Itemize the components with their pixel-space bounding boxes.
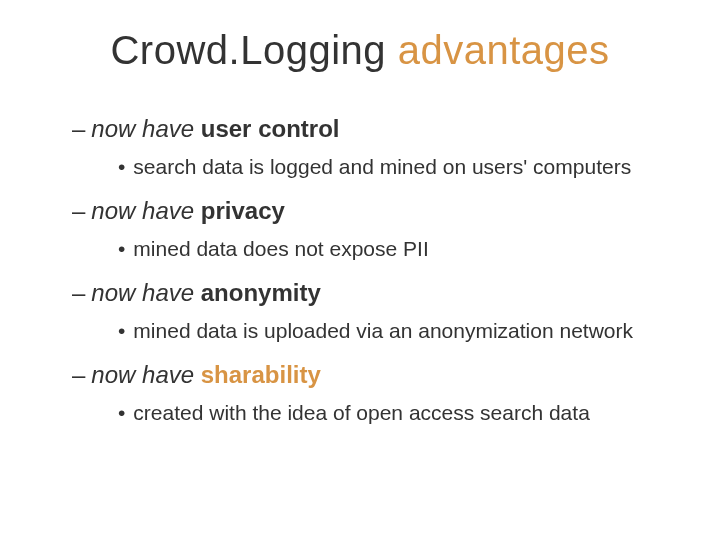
bullet-icon: • bbox=[118, 401, 125, 424]
title-part2: Logging bbox=[240, 28, 386, 72]
sub-item-text: mined data is uploaded via an anonymizat… bbox=[133, 319, 633, 342]
list-item: –now have sharability•created with the i… bbox=[50, 361, 670, 425]
sub-item: •created with the idea of open access se… bbox=[118, 401, 670, 425]
item-header: –now have anonymity bbox=[72, 279, 670, 307]
sub-item-text: mined data does not expose PII bbox=[133, 237, 428, 260]
dash-icon: – bbox=[72, 279, 85, 306]
list-item: –now have anonymity•mined data is upload… bbox=[50, 279, 670, 343]
dash-icon: – bbox=[72, 115, 85, 142]
item-keyword: user control bbox=[201, 115, 340, 142]
dash-icon: – bbox=[72, 361, 85, 388]
item-keyword: anonymity bbox=[201, 279, 321, 306]
bullet-icon: • bbox=[118, 319, 125, 342]
item-prefix: now have bbox=[91, 279, 200, 306]
item-header: –now have user control bbox=[72, 115, 670, 143]
item-header: –now have sharability bbox=[72, 361, 670, 389]
sub-item: •mined data is uploaded via an anonymiza… bbox=[118, 319, 670, 343]
item-keyword: sharability bbox=[201, 361, 321, 388]
items-list: –now have user control•search data is lo… bbox=[50, 115, 670, 425]
bullet-icon: • bbox=[118, 155, 125, 178]
item-keyword: privacy bbox=[201, 197, 285, 224]
item-prefix: now have bbox=[91, 115, 200, 142]
list-item: –now have user control•search data is lo… bbox=[50, 115, 670, 179]
title-part3: advantages bbox=[386, 28, 609, 72]
list-item: –now have privacy•mined data does not ex… bbox=[50, 197, 670, 261]
sub-item-text: created with the idea of open access sea… bbox=[133, 401, 589, 424]
sub-item-text: search data is logged and mined on users… bbox=[133, 155, 631, 178]
slide-title: Crowd.Logging advantages bbox=[80, 28, 640, 73]
title-part1: Crowd. bbox=[110, 28, 240, 72]
dash-icon: – bbox=[72, 197, 85, 224]
item-header: –now have privacy bbox=[72, 197, 670, 225]
bullet-icon: • bbox=[118, 237, 125, 260]
item-prefix: now have bbox=[91, 361, 200, 388]
item-prefix: now have bbox=[91, 197, 200, 224]
sub-item: •search data is logged and mined on user… bbox=[118, 155, 670, 179]
sub-item: •mined data does not expose PII bbox=[118, 237, 670, 261]
